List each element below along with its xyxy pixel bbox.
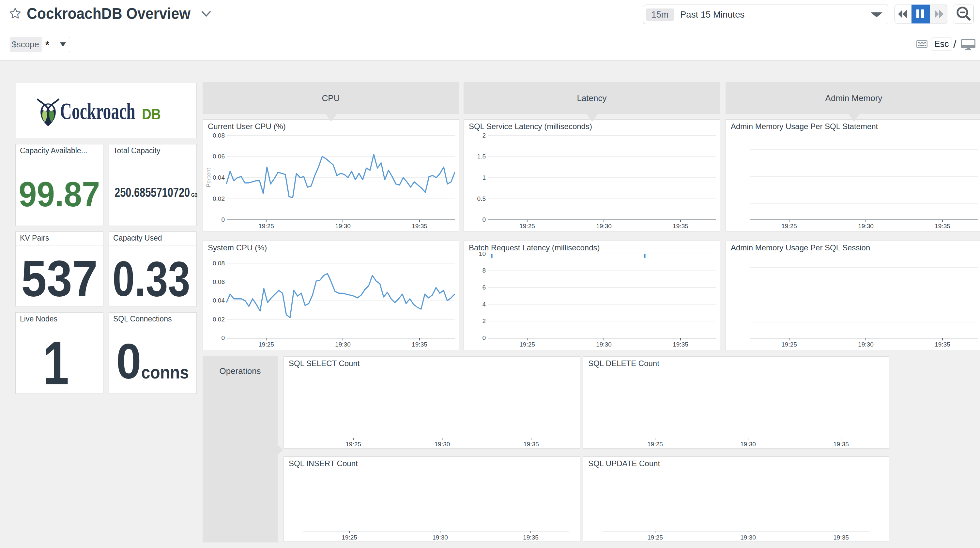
svg-text:19:35: 19:35	[523, 441, 539, 448]
svg-text:19:25: 19:25	[781, 222, 797, 229]
svg-text:19:35: 19:35	[673, 341, 688, 348]
svg-text:0.08: 0.08	[213, 132, 225, 139]
svg-text:0.08: 0.08	[213, 260, 225, 267]
svg-text:19:35: 19:35	[935, 341, 950, 348]
svg-text:19:30: 19:30	[858, 222, 873, 229]
svg-text:19:25: 19:25	[345, 441, 361, 448]
svg-text:1: 1	[482, 174, 486, 181]
svg-text:19:30: 19:30	[432, 534, 448, 541]
svg-text:19:35: 19:35	[412, 222, 427, 229]
svg-text:0.02: 0.02	[213, 195, 225, 202]
svg-text:19:35: 19:35	[673, 222, 688, 229]
svg-text:19:25: 19:25	[647, 534, 663, 541]
svg-text:0.06: 0.06	[213, 278, 225, 285]
svg-text:Percent: Percent	[205, 168, 212, 187]
svg-text:4: 4	[482, 301, 486, 308]
svg-text:19:25: 19:25	[647, 441, 663, 448]
svg-text:19:25: 19:25	[258, 222, 274, 229]
svg-text:10: 10	[479, 250, 486, 257]
svg-text:19:30: 19:30	[740, 441, 756, 448]
svg-text:19:35: 19:35	[833, 534, 849, 541]
svg-text:0.04: 0.04	[213, 174, 225, 181]
svg-text:19:30: 19:30	[434, 441, 450, 448]
svg-text:19:30: 19:30	[335, 341, 351, 348]
svg-text:0: 0	[221, 335, 225, 342]
svg-text:0.5: 0.5	[477, 195, 486, 202]
svg-text:19:35: 19:35	[523, 534, 539, 541]
svg-text:0.06: 0.06	[213, 153, 225, 160]
svg-text:19:35: 19:35	[833, 441, 849, 448]
svg-text:19:25: 19:25	[342, 534, 357, 541]
svg-text:2: 2	[482, 318, 486, 324]
svg-text:19:30: 19:30	[740, 534, 756, 541]
svg-text:6: 6	[482, 284, 486, 291]
svg-text:19:35: 19:35	[935, 222, 950, 229]
svg-text:19:25: 19:25	[781, 341, 797, 348]
svg-text:0: 0	[482, 335, 486, 342]
svg-text:0: 0	[482, 216, 486, 223]
svg-text:8: 8	[482, 267, 486, 274]
svg-text:19:30: 19:30	[858, 341, 873, 348]
svg-text:2: 2	[482, 132, 486, 139]
svg-text:0: 0	[221, 216, 225, 223]
svg-text:19:30: 19:30	[335, 222, 351, 229]
svg-text:19:25: 19:25	[519, 341, 535, 348]
svg-text:19:30: 19:30	[596, 341, 612, 348]
svg-text:19:25: 19:25	[519, 222, 535, 229]
svg-text:1.5: 1.5	[477, 153, 486, 160]
svg-text:19:25: 19:25	[258, 341, 274, 348]
svg-text:0.02: 0.02	[213, 316, 225, 323]
svg-text:0.04: 0.04	[213, 297, 225, 304]
svg-text:19:30: 19:30	[596, 222, 612, 229]
svg-text:19:35: 19:35	[412, 341, 427, 348]
